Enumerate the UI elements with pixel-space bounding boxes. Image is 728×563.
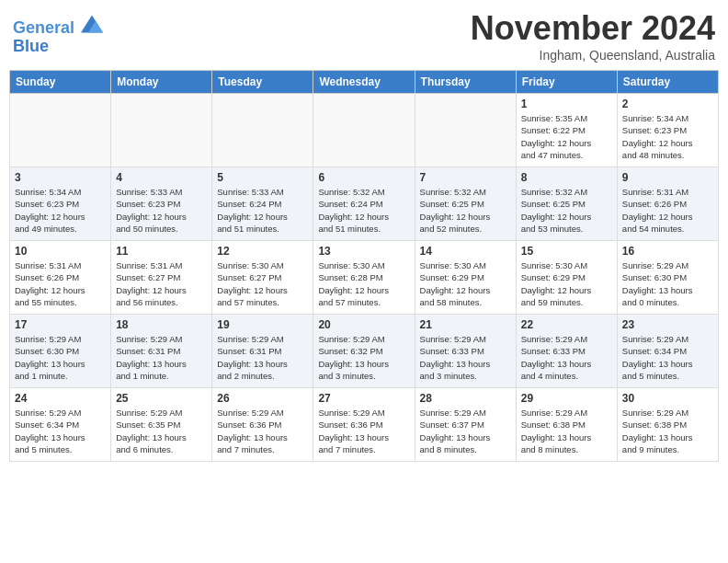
day-number: 8 [521, 171, 612, 184]
logo-text: General Blue [13, 17, 103, 56]
calendar-cell: 4Sunrise: 5:33 AM Sunset: 6:23 PM Daylig… [111, 167, 212, 241]
calendar-cell [313, 94, 415, 167]
day-info: Sunrise: 5:34 AM Sunset: 6:23 PM Dayligh… [622, 112, 713, 161]
day-number: 16 [622, 245, 713, 258]
day-number: 20 [318, 318, 409, 331]
day-number: 2 [622, 98, 713, 110]
day-number: 3 [15, 171, 106, 184]
calendar-cell: 26Sunrise: 5:29 AM Sunset: 6:36 PM Dayli… [212, 388, 313, 462]
calendar-cell: 11Sunrise: 5:31 AM Sunset: 6:27 PM Dayli… [111, 241, 212, 315]
day-info: Sunrise: 5:29 AM Sunset: 6:33 PM Dayligh… [420, 333, 511, 382]
calendar-cell: 21Sunrise: 5:29 AM Sunset: 6:33 PM Dayli… [415, 315, 516, 388]
day-info: Sunrise: 5:29 AM Sunset: 6:36 PM Dayligh… [217, 407, 308, 455]
header-wednesday: Wednesday [313, 71, 415, 94]
day-info: Sunrise: 5:29 AM Sunset: 6:31 PM Dayligh… [116, 333, 207, 382]
calendar-cell: 29Sunrise: 5:29 AM Sunset: 6:38 PM Dayli… [516, 388, 617, 462]
day-number: 27 [318, 392, 409, 405]
day-info: Sunrise: 5:29 AM Sunset: 6:30 PM Dayligh… [622, 259, 713, 308]
calendar-cell: 25Sunrise: 5:29 AM Sunset: 6:35 PM Dayli… [111, 388, 212, 462]
day-number: 15 [521, 245, 612, 258]
day-info: Sunrise: 5:32 AM Sunset: 6:24 PM Dayligh… [318, 186, 409, 235]
day-number: 6 [318, 171, 409, 184]
calendar-cell: 23Sunrise: 5:29 AM Sunset: 6:34 PM Dayli… [617, 315, 718, 388]
week-row-3: 17Sunrise: 5:29 AM Sunset: 6:30 PM Dayli… [10, 315, 719, 388]
header-saturday: Saturday [617, 71, 718, 94]
calendar-cell: 28Sunrise: 5:29 AM Sunset: 6:37 PM Dayli… [415, 388, 516, 462]
calendar-cell: 8Sunrise: 5:32 AM Sunset: 6:25 PM Daylig… [516, 167, 617, 241]
day-info: Sunrise: 5:33 AM Sunset: 6:24 PM Dayligh… [217, 186, 308, 235]
calendar-cell [111, 94, 212, 167]
day-info: Sunrise: 5:29 AM Sunset: 6:31 PM Dayligh… [217, 333, 308, 382]
calendar-table: SundayMondayTuesdayWednesdayThursdayFrid… [9, 70, 719, 462]
day-number: 14 [420, 245, 511, 258]
calendar-cell: 22Sunrise: 5:29 AM Sunset: 6:33 PM Dayli… [516, 315, 617, 388]
calendar-cell: 7Sunrise: 5:32 AM Sunset: 6:25 PM Daylig… [415, 167, 516, 241]
day-info: Sunrise: 5:29 AM Sunset: 6:34 PM Dayligh… [622, 333, 713, 382]
day-number: 18 [116, 318, 207, 331]
day-info: Sunrise: 5:35 AM Sunset: 6:22 PM Dayligh… [521, 112, 612, 161]
day-number: 17 [15, 318, 106, 331]
week-row-2: 10Sunrise: 5:31 AM Sunset: 6:26 PM Dayli… [10, 241, 719, 315]
day-info: Sunrise: 5:29 AM Sunset: 6:35 PM Dayligh… [116, 407, 207, 455]
day-info: Sunrise: 5:31 AM Sunset: 6:26 PM Dayligh… [622, 186, 713, 235]
header-row: SundayMondayTuesdayWednesdayThursdayFrid… [10, 71, 719, 94]
calendar-cell: 15Sunrise: 5:30 AM Sunset: 6:29 PM Dayli… [516, 241, 617, 315]
day-number: 25 [116, 392, 207, 405]
day-number: 26 [217, 392, 308, 405]
day-info: Sunrise: 5:29 AM Sunset: 6:37 PM Dayligh… [420, 407, 511, 455]
day-number: 29 [521, 392, 612, 405]
day-info: Sunrise: 5:30 AM Sunset: 6:28 PM Dayligh… [318, 259, 409, 308]
calendar-cell: 1Sunrise: 5:35 AM Sunset: 6:22 PM Daylig… [516, 94, 617, 167]
week-row-4: 24Sunrise: 5:29 AM Sunset: 6:34 PM Dayli… [10, 388, 719, 462]
day-info: Sunrise: 5:29 AM Sunset: 6:33 PM Dayligh… [521, 333, 612, 382]
day-number: 24 [15, 392, 106, 405]
day-number: 10 [15, 245, 106, 258]
day-number: 28 [420, 392, 511, 405]
day-info: Sunrise: 5:32 AM Sunset: 6:25 PM Dayligh… [420, 186, 511, 235]
day-info: Sunrise: 5:29 AM Sunset: 6:34 PM Dayligh… [15, 407, 106, 455]
calendar-cell: 20Sunrise: 5:29 AM Sunset: 6:32 PM Dayli… [313, 315, 415, 388]
header-friday: Friday [516, 71, 617, 94]
calendar-cell: 24Sunrise: 5:29 AM Sunset: 6:34 PM Dayli… [10, 388, 111, 462]
day-info: Sunrise: 5:30 AM Sunset: 6:29 PM Dayligh… [420, 259, 511, 308]
calendar-cell: 13Sunrise: 5:30 AM Sunset: 6:28 PM Dayli… [313, 241, 415, 315]
calendar-cell: 5Sunrise: 5:33 AM Sunset: 6:24 PM Daylig… [212, 167, 313, 241]
day-number: 12 [217, 245, 308, 258]
logo-icon [81, 15, 103, 33]
calendar-cell: 16Sunrise: 5:29 AM Sunset: 6:30 PM Dayli… [617, 241, 718, 315]
day-number: 30 [622, 392, 713, 405]
day-number: 9 [622, 171, 713, 184]
logo: General Blue [13, 17, 103, 56]
day-info: Sunrise: 5:29 AM Sunset: 6:38 PM Dayligh… [521, 407, 612, 455]
location-subtitle: Ingham, Queensland, Australia [471, 48, 715, 63]
calendar-cell [10, 94, 111, 167]
calendar-cell [212, 94, 313, 167]
week-row-1: 3Sunrise: 5:34 AM Sunset: 6:23 PM Daylig… [10, 167, 719, 241]
header-thursday: Thursday [415, 71, 516, 94]
header-monday: Monday [111, 71, 212, 94]
day-number: 21 [420, 318, 511, 331]
day-number: 4 [116, 171, 207, 184]
day-number: 5 [217, 171, 308, 184]
day-info: Sunrise: 5:29 AM Sunset: 6:32 PM Dayligh… [318, 333, 409, 382]
day-number: 1 [521, 98, 612, 110]
day-info: Sunrise: 5:29 AM Sunset: 6:38 PM Dayligh… [622, 407, 713, 455]
day-number: 13 [318, 245, 409, 258]
day-info: Sunrise: 5:34 AM Sunset: 6:23 PM Dayligh… [15, 186, 106, 235]
page-header: General Blue November 2024 Ingham, Queen… [9, 9, 719, 63]
month-title: November 2024 [471, 9, 715, 48]
day-number: 11 [116, 245, 207, 258]
day-info: Sunrise: 5:33 AM Sunset: 6:23 PM Dayligh… [116, 186, 207, 235]
calendar-cell: 2Sunrise: 5:34 AM Sunset: 6:23 PM Daylig… [617, 94, 718, 167]
week-row-0: 1Sunrise: 5:35 AM Sunset: 6:22 PM Daylig… [10, 94, 719, 167]
calendar-cell: 14Sunrise: 5:30 AM Sunset: 6:29 PM Dayli… [415, 241, 516, 315]
calendar-cell: 6Sunrise: 5:32 AM Sunset: 6:24 PM Daylig… [313, 167, 415, 241]
day-info: Sunrise: 5:30 AM Sunset: 6:29 PM Dayligh… [521, 259, 612, 308]
day-info: Sunrise: 5:30 AM Sunset: 6:27 PM Dayligh… [217, 259, 308, 308]
calendar-cell: 10Sunrise: 5:31 AM Sunset: 6:26 PM Dayli… [10, 241, 111, 315]
calendar-cell: 9Sunrise: 5:31 AM Sunset: 6:26 PM Daylig… [617, 167, 718, 241]
calendar-cell: 30Sunrise: 5:29 AM Sunset: 6:38 PM Dayli… [617, 388, 718, 462]
day-number: 22 [521, 318, 612, 331]
calendar-cell: 12Sunrise: 5:30 AM Sunset: 6:27 PM Dayli… [212, 241, 313, 315]
day-info: Sunrise: 5:29 AM Sunset: 6:36 PM Dayligh… [318, 407, 409, 455]
